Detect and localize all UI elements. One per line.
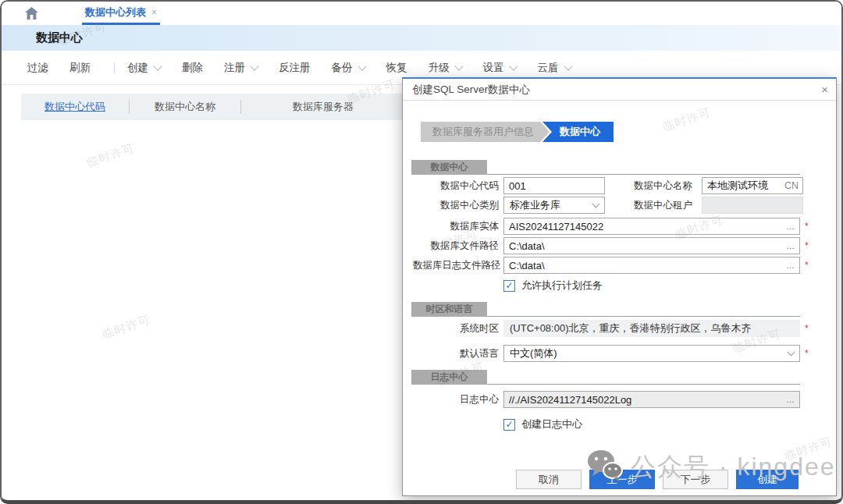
allow-scheduled-tasks-checkbox[interactable]: ✓: [503, 280, 515, 292]
datacenter-tenant-field: [702, 197, 803, 214]
column-header-database-server[interactable]: 数据库服务器: [293, 100, 354, 114]
page-title: 数据中心: [36, 30, 83, 45]
section-divider: [487, 316, 800, 317]
section-header-logcenter: 日志中心: [411, 370, 800, 385]
tab-label: 数据中心列表: [85, 5, 146, 20]
log-center-label: 日志中心: [413, 393, 499, 406]
toolbar-button-create[interactable]: 创建: [127, 61, 161, 75]
allow-scheduled-tasks-label: 允许执行计划任务: [521, 279, 603, 293]
toolbar-button-filter[interactable]: 过滤: [27, 61, 48, 75]
column-header-datacenter-code[interactable]: 数据中心代码: [44, 100, 105, 114]
home-icon[interactable]: [25, 7, 38, 20]
button-label: 注册: [224, 61, 245, 75]
button-label: 刷新: [69, 61, 91, 75]
browse-ellipsis-button[interactable]: …: [786, 396, 795, 404]
system-timezone-label: 系统时区: [413, 322, 499, 335]
form-row: 数据库文件路径 … *: [413, 237, 836, 254]
database-file-path-label: 数据库文件路径: [413, 240, 499, 253]
dialog-body: 数据中心 数据中心代码 数据中心名称 CN 数据中心类别 标准业务库: [403, 160, 836, 431]
next-step-button[interactable]: 下一步: [663, 470, 728, 489]
button-label: 升级: [429, 61, 450, 75]
section-header-timezone: 时区和语言: [411, 302, 800, 317]
browse-ellipsis-button[interactable]: …: [786, 222, 795, 231]
database-file-path-input[interactable]: [503, 237, 800, 254]
toolbar-button-backup[interactable]: 备份: [332, 61, 365, 75]
cancel-button[interactable]: 取消: [516, 470, 582, 489]
database-entity-label: 数据库实体: [413, 220, 499, 233]
datacenter-name-label: 数据中心名称: [605, 179, 692, 193]
log-center-input[interactable]: [503, 391, 800, 408]
toolbar-button-refresh[interactable]: 刷新: [69, 61, 91, 75]
button-label: 过滤: [27, 61, 48, 75]
create-button[interactable]: 创建: [736, 470, 799, 489]
create-log-center-label: 创建日志中心: [521, 417, 582, 431]
close-icon[interactable]: ×: [821, 83, 828, 95]
dialog-title: 创建SQL Server数据中心: [412, 83, 530, 97]
browse-ellipsis-button[interactable]: …: [786, 242, 795, 250]
chevron-down-icon: [454, 62, 463, 70]
tab-close-icon[interactable]: ×: [151, 7, 157, 18]
tab-datacenter-list[interactable]: 数据中心列表 ×: [82, 2, 160, 25]
datacenter-category-select[interactable]: 标准业务库: [503, 197, 605, 214]
previous-step-button[interactable]: 上一步: [589, 470, 655, 489]
step-db-server-user-info[interactable]: 数据库服务器用户信息: [421, 122, 550, 142]
button-label: 创建: [127, 61, 148, 75]
section-title: 时区和语言: [411, 302, 487, 317]
form-row: 数据中心类别 标准业务库 数据中心租户: [413, 197, 836, 214]
required-mark: *: [805, 323, 809, 334]
section-title: 数据中心: [411, 160, 487, 175]
toolbar-divider: [114, 62, 115, 73]
database-entity-input[interactable]: [503, 218, 800, 235]
section-divider: [487, 174, 800, 175]
toolbar-button-cloud-shield[interactable]: 云盾: [538, 61, 571, 75]
form-row: 数据库日志文件路径 … *: [413, 257, 836, 274]
datacenter-tenant-label: 数据中心租户: [605, 199, 692, 212]
button-label: 云盾: [538, 61, 559, 75]
allow-scheduled-tasks-row: ✓ 允许执行计划任务: [503, 279, 836, 293]
chevron-down-icon: [788, 348, 795, 356]
create-log-center-checkbox[interactable]: ✓: [503, 419, 515, 431]
column-header-datacenter-name[interactable]: 数据中心名称: [155, 100, 215, 114]
chevron-down-icon: [592, 200, 600, 208]
browse-ellipsis-button[interactable]: …: [786, 261, 795, 270]
required-mark: *: [805, 348, 809, 359]
button-label: 反注册: [279, 61, 311, 75]
default-language-select[interactable]: 中文(简体): [503, 345, 800, 362]
apps-grid-icon[interactable]: [51, 8, 62, 19]
create-sqlserver-datacenter-dialog: 创建SQL Server数据中心 × 数据库服务器用户信息 数据中心 数据中心 …: [402, 77, 837, 496]
toolbar-button-upgrade[interactable]: 升级: [429, 61, 462, 75]
selected-value: 中文(简体): [510, 346, 557, 360]
chevron-down-icon: [357, 62, 366, 70]
section-header-datacenter: 数据中心: [411, 160, 800, 175]
wizard-steps: 数据库服务器用户信息 数据中心: [421, 122, 836, 142]
chevron-down-icon: [250, 62, 258, 70]
form-row: 默认语言 中文(简体) *: [413, 345, 836, 362]
toolbar-button-restore[interactable]: 恢复: [386, 61, 407, 75]
button-label: 设置: [483, 61, 504, 75]
toolbar-button-unregister[interactable]: 反注册: [279, 61, 311, 75]
dialog-footer: 取消 上一步 下一步 创建: [403, 470, 836, 489]
button-label: 恢复: [386, 61, 407, 75]
datacenter-code-input[interactable]: [503, 177, 605, 194]
section-title: 日志中心: [411, 370, 487, 385]
chevron-down-icon: [153, 62, 162, 70]
create-log-center-row: ✓ 创建日志中心: [503, 417, 836, 431]
page-title-bar: 数据中心: [2, 25, 841, 51]
toolbar-button-register[interactable]: 注册: [224, 61, 258, 75]
locale-badge: CN: [784, 180, 799, 191]
license-watermark: 临时许可: [85, 141, 137, 171]
required-mark: *: [805, 260, 809, 271]
required-mark: *: [805, 240, 809, 251]
chevron-down-icon: [509, 62, 518, 70]
button-label: 删除: [182, 61, 203, 75]
default-language-label: 默认语言: [413, 347, 499, 360]
toolbar-button-delete[interactable]: 删除: [182, 61, 203, 75]
chevron-down-icon: [564, 62, 572, 70]
selected-value: 标准业务库: [510, 198, 560, 212]
dialog-header: 创建SQL Server数据中心 ×: [403, 79, 836, 101]
datacenter-category-label: 数据中心类别: [413, 199, 499, 212]
step-datacenter[interactable]: 数据中心: [542, 122, 614, 142]
toolbar-button-settings[interactable]: 设置: [483, 61, 517, 75]
database-log-path-label: 数据库日志文件路径: [413, 259, 499, 272]
database-log-path-input[interactable]: [503, 257, 800, 274]
